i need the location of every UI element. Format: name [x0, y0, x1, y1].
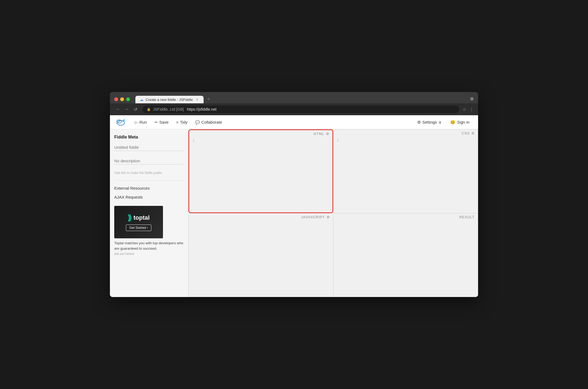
ad-logo: ⟫ toptal [128, 213, 150, 222]
minimize-button[interactable] [120, 97, 124, 101]
css-line-number: 1 [337, 138, 339, 142]
ad-image[interactable]: ⟫ toptal Get Started › [114, 206, 163, 238]
browser-toolbar-icons: ⚙ [470, 96, 474, 101]
run-icon: ▷ [135, 120, 138, 124]
editor-grid: HTML ⚙ 1 CSS ⚙ 1 [188, 129, 478, 297]
tab-close-button[interactable]: × [195, 97, 199, 102]
svg-point-2 [123, 119, 125, 121]
user-icon: 😊 [450, 120, 455, 125]
save-icon: ✏ [155, 120, 158, 124]
save-button[interactable]: ✏ Save [151, 118, 172, 126]
result-content [334, 221, 478, 297]
js-editor-pane[interactable]: JAVASCRIPT ⚙ [188, 213, 333, 297]
traffic-lights [114, 97, 130, 101]
close-button[interactable] [114, 97, 118, 101]
settings-icon: ⚙ [417, 120, 421, 125]
html-settings-icon[interactable]: ⚙ [326, 132, 329, 136]
ad-block: ⟫ toptal Get Started › Toptal matches yo… [114, 206, 184, 255]
chevron-down-icon: ∨ [439, 120, 442, 125]
ad-background: ⟫ toptal Get Started › [114, 206, 163, 238]
html-editor-pane[interactable]: HTML ⚙ 1 [188, 129, 333, 213]
fiddle-description-input[interactable] [114, 157, 184, 164]
result-label: RESULT [459, 215, 475, 219]
sidebar: Fiddle Meta Add title to make the fiddle… [110, 129, 188, 297]
nav-right: ⚙ Settings ∨ 😊 Sign in [414, 118, 473, 126]
settings-button[interactable]: ⚙ Settings ∨ [414, 118, 445, 126]
tidy-icon: ≡ [176, 120, 178, 124]
collaborate-icon: 💬 [195, 120, 200, 124]
logo[interactable] [115, 117, 126, 128]
app-nav: ▷ Run ✏ Save ≡ Tidy 💬 Collaborate ⚙ Sett… [110, 115, 478, 129]
collaborate-button[interactable]: 💬 Collaborate [192, 118, 226, 126]
css-pane-header: CSS ⚙ [334, 130, 478, 137]
nav-buttons: ← → ↺ [114, 106, 139, 113]
css-label: CSS [462, 131, 470, 135]
app-container: ▷ Run ✏ Save ≡ Tidy 💬 Collaborate ⚙ Sett… [110, 115, 478, 297]
external-resources-link[interactable]: External Resources [114, 186, 184, 190]
address-bar: ← → ↺ 🔒 JSFiddle, Ltd [GB] https://jsfid… [110, 103, 478, 115]
js-settings-icon[interactable]: ⚙ [326, 215, 330, 219]
fiddle-meta-title: Fiddle Meta [114, 135, 184, 140]
extensions-icon[interactable]: ⚙ [470, 96, 474, 101]
main-layout: Fiddle Meta Add title to make the fiddle… [110, 129, 478, 297]
js-pane-header: JAVASCRIPT ⚙ [189, 213, 333, 221]
address-right-icons: ☆ ⋮ [462, 107, 474, 112]
forward-button[interactable]: → [123, 106, 130, 113]
refresh-button[interactable]: ↺ [132, 106, 139, 113]
browser-window: ☁ Create a new fiddle - JSFiddle × + ⚙ ←… [110, 92, 478, 297]
ads-via: ads via Carbon [114, 252, 184, 255]
brand-name: toptal [133, 214, 150, 221]
bookmark-icon[interactable]: ☆ [462, 107, 466, 112]
sidebar-divider [114, 180, 184, 180]
ad-cta-button[interactable]: Get Started › [126, 225, 152, 231]
run-button[interactable]: ▷ Run [132, 118, 150, 126]
public-notice: Add title to make the fiddle public. [114, 171, 184, 175]
result-pane: RESULT [333, 213, 478, 297]
address-url: https://jsfiddle.net [187, 107, 217, 111]
fiddle-name-input[interactable] [114, 144, 184, 151]
js-editor-content[interactable] [189, 221, 333, 297]
html-pane-header: HTML ⚙ [189, 130, 332, 137]
active-tab[interactable]: ☁ Create a new fiddle - JSFiddle × [135, 96, 204, 103]
sign-in-button[interactable]: 😊 Sign in [447, 118, 473, 126]
site-name: JSFiddle, Ltd [GB] [153, 107, 184, 111]
tab-favicon: ☁ [140, 97, 143, 102]
title-bar: ☁ Create a new fiddle - JSFiddle × + ⚙ [110, 92, 478, 103]
html-editor-content[interactable]: 1 [189, 137, 332, 212]
html-line-number: 1 [192, 139, 195, 143]
toptal-arrow-icon: ⟫ [128, 213, 132, 222]
css-editor-content[interactable]: 1 [334, 137, 478, 213]
tab-title: Create a new fiddle - JSFiddle [146, 98, 193, 102]
tab-bar: ☁ Create a new fiddle - JSFiddle × + [135, 95, 467, 103]
result-pane-header: RESULT [334, 213, 478, 221]
html-label: HTML [314, 132, 324, 136]
css-settings-icon[interactable]: ⚙ [471, 131, 475, 135]
css-editor-pane[interactable]: CSS ⚙ 1 [333, 129, 478, 213]
back-button[interactable]: ← [114, 106, 122, 113]
js-label: JAVASCRIPT [301, 215, 325, 219]
address-field[interactable]: 🔒 JSFiddle, Ltd [GB] https://jsfiddle.ne… [142, 106, 459, 113]
ad-description: Toptal matches you with top developers w… [114, 240, 184, 251]
new-tab-button[interactable]: + [205, 95, 212, 103]
tidy-button[interactable]: ≡ Tidy [173, 118, 191, 126]
menu-icon[interactable]: ⋮ [469, 107, 474, 112]
lock-icon: 🔒 [147, 107, 151, 111]
ajax-requests-link[interactable]: AJAX Requests [114, 195, 184, 199]
maximize-button[interactable] [126, 97, 130, 101]
